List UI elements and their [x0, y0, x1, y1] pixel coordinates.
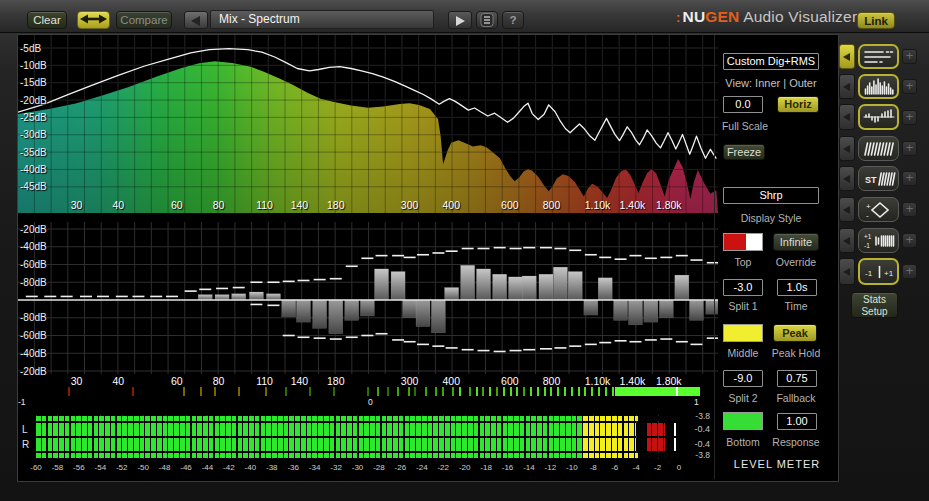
left-triangle-icon — [843, 237, 850, 245]
peak-hold-button[interactable]: Peak — [773, 324, 817, 342]
meter-scale-label: -38 — [266, 463, 278, 472]
preset-select-arrow-spectrogram[interactable] — [839, 136, 855, 161]
override-button[interactable]: Infinite — [773, 233, 819, 251]
time-field[interactable]: 1.0s — [777, 279, 817, 296]
svg-text:-60dB: -60dB — [20, 259, 47, 270]
help-button[interactable]: ? — [502, 11, 524, 29]
correlation-tick — [476, 387, 478, 396]
fallback-field-label: Fallback — [776, 392, 815, 404]
svg-text:110: 110 — [256, 375, 273, 387]
correlation-meter-icon: -1+1 — [862, 262, 896, 282]
preset-button-mirror-spectrum[interactable] — [858, 104, 899, 130]
preset-add-button-correlation-meter[interactable]: + — [902, 264, 917, 279]
correlation-tick — [482, 387, 484, 396]
split1-field[interactable]: -3.0 — [723, 279, 763, 296]
svg-text:ST: ST — [865, 174, 877, 184]
bottom-color-swatch[interactable] — [723, 412, 763, 430]
left-triangle-icon — [843, 206, 850, 214]
preset-button-band-correlation[interactable]: +1-1 — [858, 228, 899, 253]
preset-button-level-meter[interactable] — [858, 44, 899, 69]
stats-line2: Setup — [852, 306, 897, 318]
top-color-swatch[interactable] — [723, 233, 763, 251]
ab-swap-button[interactable] — [77, 11, 110, 29]
svg-text:1.80k: 1.80k — [656, 375, 682, 387]
split2-field[interactable]: -9.0 — [723, 370, 763, 387]
previous-preset-button[interactable] — [184, 11, 208, 29]
corr-scale-min: -1 — [18, 397, 26, 407]
preset-select-arrow-correlation-meter[interactable] — [839, 258, 855, 285]
preset-add-button-stereo-spectrogram[interactable]: + — [902, 171, 917, 186]
preset-add-button-spectrum[interactable]: + — [902, 79, 917, 94]
stats-setup-button[interactable]: Stats Setup — [851, 292, 898, 318]
peak-hold-button-label: Peak Hold — [772, 347, 820, 359]
svg-text:-60dB: -60dB — [20, 330, 47, 341]
correlation-tick — [238, 387, 240, 396]
preset-button-spectrogram[interactable] — [858, 136, 899, 161]
preset-add-button-spectrogram[interactable]: + — [902, 141, 917, 156]
preset-add-button-band-correlation[interactable]: + — [902, 233, 917, 248]
meter-scale-label: -30 — [352, 463, 364, 472]
correlation-tick — [530, 387, 532, 396]
preset-select-arrow-stereo-spectrogram[interactable] — [839, 166, 855, 191]
toolbar: Clear Compare Mix - Spectrum ? :NUGEN Au… — [0, 0, 929, 33]
correlation-tick — [309, 387, 311, 396]
svg-text:-80dB: -80dB — [20, 277, 47, 288]
correlation-tick — [397, 387, 399, 396]
correlation-tick — [516, 387, 518, 396]
preset-select-arrow-mirror-spectrum[interactable] — [839, 104, 855, 130]
preset-add-button-mirror-spectrum[interactable]: + — [902, 110, 917, 125]
meter-readout: -0.4 — [670, 424, 710, 434]
correlation-tick — [452, 387, 454, 396]
correlation-tick — [503, 387, 505, 396]
preset-button-spectrum[interactable] — [858, 74, 899, 99]
correlation-tick — [183, 387, 185, 396]
preset-select-arrow-level-meter[interactable] — [839, 44, 855, 69]
middle-color-swatch[interactable] — [723, 324, 763, 342]
preset-add-button-vectorscope[interactable]: + — [902, 202, 917, 217]
display-panel: -5dB-10dB-15dB-20dB-25dB-30dB-35dB-40dB-… — [17, 34, 839, 482]
svg-text:300: 300 — [401, 375, 419, 387]
preset-list-button[interactable] — [476, 11, 498, 29]
spectrum-icon — [862, 77, 896, 97]
band-correlation-icon: +1-1 — [862, 231, 896, 251]
meter-scale-label: -8 — [590, 463, 597, 472]
compare-button[interactable]: Compare — [116, 11, 172, 29]
meter-scale-label: -16 — [502, 463, 514, 472]
correlation-tick — [132, 387, 134, 396]
mirror-spectrum-icon — [862, 107, 896, 127]
correlation-tick — [598, 387, 600, 396]
svg-text:1.10k: 1.10k — [585, 199, 611, 211]
link-button[interactable]: Link — [857, 12, 895, 29]
svg-text:-20dB: -20dB — [20, 366, 47, 377]
next-preset-button[interactable] — [448, 11, 472, 29]
svg-text:600: 600 — [501, 199, 519, 211]
correlation-tick — [578, 387, 580, 396]
correlation-tick — [564, 387, 566, 396]
svg-text:800: 800 — [543, 199, 561, 211]
preset-add-button-level-meter[interactable]: + — [902, 49, 917, 64]
svg-text:80: 80 — [213, 375, 225, 387]
svg-text:+1: +1 — [884, 268, 894, 277]
meter-scale-label: -48 — [159, 463, 171, 472]
correlation-tick — [408, 387, 410, 396]
preset-button-stereo-spectrogram[interactable]: ST — [858, 166, 899, 191]
preset-button-correlation-meter[interactable]: -1+1 — [858, 258, 899, 285]
fallback-field[interactable]: 0.75 — [777, 370, 817, 387]
response-field[interactable]: 1.00 — [777, 413, 817, 430]
svg-text:1.40k: 1.40k — [620, 199, 646, 211]
correlation-tick — [612, 387, 614, 396]
correlation-tick — [442, 387, 444, 396]
preset-select-arrow-spectrum[interactable] — [839, 74, 855, 99]
preset-select-arrow-band-correlation[interactable] — [839, 228, 855, 253]
preset-button-vectorscope[interactable]: +- — [858, 197, 899, 222]
correlation-tick — [333, 387, 335, 396]
right-triangle-icon — [456, 16, 465, 26]
meter-scale-label: -34 — [309, 463, 321, 472]
preset-select-arrow-vectorscope[interactable] — [839, 197, 855, 222]
meter-scale-label: -44 — [202, 463, 214, 472]
clear-button[interactable]: Clear — [27, 11, 67, 29]
meter-scale-label: -14 — [523, 463, 535, 472]
svg-text:-20dB: -20dB — [20, 224, 47, 235]
preset-name-field[interactable]: Mix - Spectrum — [210, 10, 434, 29]
left-triangle-icon — [191, 16, 200, 26]
